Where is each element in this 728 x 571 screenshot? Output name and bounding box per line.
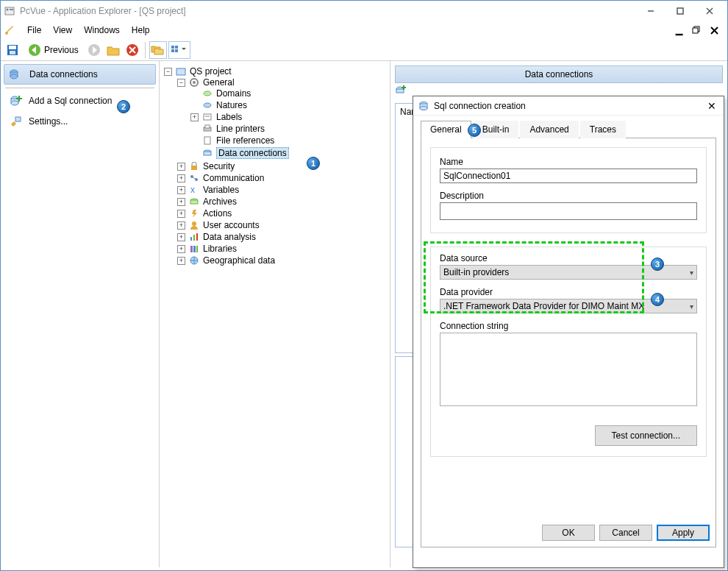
view-button[interactable] bbox=[168, 41, 190, 59]
tab-content-general: Name Description Data source Built-in pr… bbox=[421, 138, 716, 547]
tree-item-natures[interactable]: Natures bbox=[190, 100, 387, 110]
mdi-minimize-button[interactable]: ▁ bbox=[671, 23, 686, 38]
svg-point-52 bbox=[192, 221, 196, 226]
svg-point-37 bbox=[204, 103, 211, 107]
tree-item-file-refs[interactable]: File references bbox=[190, 135, 387, 146]
svg-rect-9 bbox=[693, 28, 698, 33]
archive-icon bbox=[188, 196, 200, 207]
sidebar-item-add-sql[interactable]: Add a Sql connection bbox=[4, 91, 156, 110]
collapse-icon[interactable]: − bbox=[164, 68, 172, 76]
maximize-button[interactable] bbox=[665, 2, 695, 20]
file-icon bbox=[201, 135, 213, 146]
previous-label: Previous bbox=[44, 45, 79, 55]
expand-icon[interactable]: + bbox=[177, 221, 185, 230]
svg-rect-33 bbox=[176, 68, 185, 75]
previous-button[interactable]: Previous bbox=[23, 41, 84, 59]
tree-item-security[interactable]: +Security bbox=[177, 161, 387, 171]
expand-icon[interactable]: + bbox=[177, 198, 185, 206]
db-icon bbox=[418, 100, 429, 112]
sidebar-header: Data connections bbox=[4, 64, 156, 85]
main-toolbar: Previous bbox=[1, 39, 727, 61]
svg-rect-38 bbox=[204, 114, 211, 120]
tree-item-actions[interactable]: +Actions bbox=[177, 208, 387, 219]
svg-rect-4 bbox=[677, 8, 683, 14]
connection-string-label: Connection string bbox=[440, 321, 697, 331]
svg-point-26 bbox=[10, 74, 18, 79]
minimize-button[interactable] bbox=[636, 2, 665, 20]
tree-item-libraries[interactable]: +Libraries bbox=[177, 244, 387, 254]
svg-rect-61 bbox=[396, 89, 404, 93]
menu-file[interactable]: File bbox=[21, 24, 47, 37]
collapse-icon[interactable]: − bbox=[177, 79, 185, 87]
chevron-down-icon: ▾ bbox=[690, 269, 693, 277]
tree-item-user-accounts[interactable]: +User accounts bbox=[177, 220, 387, 230]
tree-item-geo-data[interactable]: +Geographical data bbox=[177, 255, 387, 266]
tab-advanced[interactable]: Advanced bbox=[520, 121, 578, 138]
svg-rect-20 bbox=[171, 46, 174, 49]
svg-rect-53 bbox=[190, 237, 192, 241]
description-label: Description bbox=[440, 191, 697, 201]
forward-button[interactable] bbox=[85, 41, 103, 59]
sidebar-item-settings[interactable]: Settings... bbox=[4, 112, 156, 131]
expand-icon[interactable]: + bbox=[177, 257, 185, 265]
svg-rect-54 bbox=[193, 235, 195, 241]
svg-point-29 bbox=[11, 101, 18, 105]
svg-rect-44 bbox=[204, 152, 211, 155]
badge-3: 3 bbox=[651, 258, 664, 271]
test-connection-button[interactable]: Test connection... bbox=[595, 425, 697, 446]
cancel-button[interactable]: Cancel bbox=[599, 525, 652, 541]
expand-icon[interactable]: + bbox=[190, 113, 199, 121]
expand-icon[interactable]: + bbox=[177, 233, 185, 241]
add-sql-icon bbox=[8, 94, 24, 107]
menu-bar: File View Windows Help ▁ bbox=[1, 21, 727, 39]
tab-traces[interactable]: Traces bbox=[580, 121, 626, 138]
app-icon bbox=[4, 5, 15, 17]
ok-button[interactable]: OK bbox=[542, 525, 595, 541]
menu-view[interactable]: View bbox=[47, 24, 78, 37]
folders-button[interactable] bbox=[149, 41, 167, 59]
apply-button[interactable]: Apply bbox=[657, 525, 710, 541]
name-input[interactable] bbox=[440, 169, 697, 183]
tree-item-general[interactable]: − General bbox=[177, 77, 387, 88]
svg-rect-57 bbox=[193, 246, 196, 252]
mdi-close-button[interactable] bbox=[707, 23, 721, 38]
menu-windows[interactable]: Windows bbox=[78, 24, 126, 37]
dialog-close-button[interactable]: ✕ bbox=[704, 99, 719, 113]
badge-1: 1 bbox=[307, 157, 320, 170]
svg-rect-55 bbox=[196, 233, 198, 241]
user-icon bbox=[188, 220, 200, 230]
sidebar-header-label: Data connections bbox=[29, 69, 98, 79]
tree-item-domains[interactable]: Domains bbox=[190, 88, 387, 99]
tree-item-labels[interactable]: +Labels bbox=[190, 112, 387, 122]
tree-item-root[interactable]: − QS project bbox=[164, 66, 387, 77]
expand-icon[interactable]: + bbox=[177, 245, 185, 253]
tree-item-data-connections[interactable]: Data connections bbox=[190, 147, 387, 159]
expand-icon[interactable]: + bbox=[177, 163, 185, 171]
svg-rect-51 bbox=[190, 200, 198, 204]
expand-icon[interactable]: + bbox=[177, 186, 185, 194]
add-icon[interactable] bbox=[395, 85, 407, 99]
expand-icon[interactable]: + bbox=[177, 210, 185, 218]
gear-icon bbox=[188, 77, 200, 88]
globe-icon bbox=[188, 255, 200, 266]
tree-item-variables[interactable]: +xVariables bbox=[177, 185, 387, 195]
tree-item-communication[interactable]: +Communication bbox=[177, 173, 387, 183]
network-icon bbox=[188, 173, 200, 183]
description-input[interactable] bbox=[440, 202, 697, 220]
tree-item-line-printers[interactable]: Line printers bbox=[190, 124, 387, 134]
project-icon bbox=[175, 66, 187, 77]
svg-rect-14 bbox=[10, 51, 15, 54]
expand-icon[interactable]: + bbox=[177, 174, 185, 182]
stop-button[interactable] bbox=[124, 41, 141, 59]
tab-general[interactable]: General bbox=[421, 121, 471, 138]
close-button[interactable] bbox=[695, 2, 724, 20]
mdi-restore-button[interactable] bbox=[689, 23, 704, 38]
tree-item-archives[interactable]: +Archives bbox=[177, 196, 387, 207]
folder-button[interactable] bbox=[104, 41, 122, 59]
save-button[interactable] bbox=[4, 41, 21, 59]
menu-help[interactable]: Help bbox=[126, 24, 156, 37]
dialog-title: Sql connection creation bbox=[434, 101, 526, 111]
tree-item-data-analysis[interactable]: +Data analysis bbox=[177, 232, 387, 242]
title-bar: PcVue - Application Explorer - [QS proje… bbox=[1, 1, 727, 21]
brush-icon bbox=[4, 24, 15, 36]
